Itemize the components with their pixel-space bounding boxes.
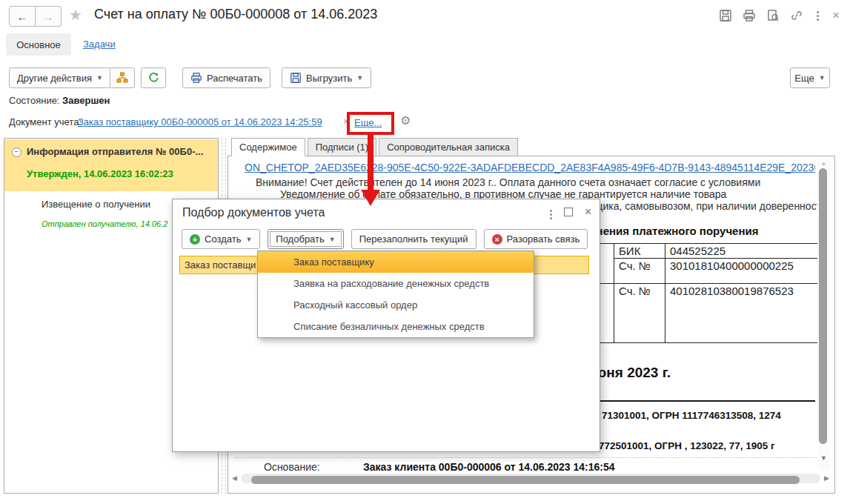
sender-info-selected-row[interactable]: − Информация отправителя № 00Б0-... Утве… (4, 139, 218, 191)
forward-button[interactable]: → (36, 6, 62, 27)
more-menu-icon[interactable] (814, 10, 822, 21)
annotation-arrow (368, 134, 373, 190)
refresh-button[interactable] (141, 67, 166, 88)
dialog-close-icon[interactable]: × (585, 208, 591, 216)
page-divider (234, 457, 824, 458)
preview-icon[interactable] (766, 9, 780, 22)
receipt-notice-item[interactable]: Извещение о получении (41, 199, 150, 210)
horizontal-scroll-track[interactable] (241, 474, 820, 483)
chevron-down-icon: ▼ (329, 236, 336, 243)
save-icon[interactable] (719, 9, 732, 22)
page-title: Счет на оплату № 00Б0-000008 от 14.06.20… (94, 7, 377, 22)
content-tabs: Содержимое Подписи (1) Сопроводительная … (231, 138, 520, 156)
account-label: Сч. № (614, 284, 665, 343)
chevron-down-icon: ▼ (819, 74, 826, 82)
refresh-icon (147, 72, 159, 84)
create-button[interactable]: +Создать▼ (182, 229, 260, 249)
collapse-icon[interactable]: − (12, 147, 21, 157)
tab-cover-note[interactable]: Сопроводительная записка (379, 138, 518, 156)
buyer-details-fragment: 772501001, ОГРН , 123022, 77, 1905 г (599, 440, 775, 451)
vertical-scrollbar[interactable]: ▲ ▼ (817, 158, 830, 470)
chevron-down-icon: ▼ (356, 74, 363, 82)
bik-value: 044525225 (665, 244, 820, 259)
status-value: Завершен (62, 95, 110, 106)
scroll-left-icon[interactable]: ◀ (232, 474, 237, 482)
sender-approved-status: Утвержден, 14.06.2023 16:02:23 (27, 168, 173, 179)
print-document-button[interactable]: Распечатать (182, 67, 270, 88)
scroll-up-icon[interactable]: ▲ (820, 159, 827, 167)
tab-main[interactable]: Основное (6, 33, 71, 56)
attachment-file-link[interactable]: ON_CHETOP_2AED35E6228-905E-4C50-922E-3AD… (245, 162, 815, 173)
close-icon[interactable]: × (832, 10, 840, 21)
pick-dropdown-menu: Заказ поставщику Заявка на расходование … (257, 251, 534, 338)
menu-item-spending-request[interactable]: Заявка на расходование денежных средств (258, 273, 534, 294)
window-icons: × (719, 9, 840, 22)
structure-button[interactable] (110, 67, 135, 88)
more-actions-button[interactable]: Еще▼ (790, 67, 830, 88)
link-icon[interactable] (790, 9, 803, 22)
tab-signatures[interactable]: Подписи (1) (308, 138, 376, 156)
basis-label: Основание: (264, 461, 320, 473)
other-actions-button[interactable]: Другие действия▼ (9, 67, 111, 88)
tab-tasks[interactable]: Задачи (83, 39, 116, 50)
export-button[interactable]: Выгрузить▼ (282, 67, 371, 88)
receipt-notice-status: Отправлен получателю, 14.06.2 (41, 219, 167, 228)
vertical-scroll-thumb[interactable] (819, 168, 827, 444)
menu-item-cash-order[interactable]: Расходный кассовый ордер (258, 294, 534, 316)
history-nav: ← → (9, 6, 62, 27)
menu-item-supplier-order[interactable]: Заказ поставщику (258, 251, 534, 273)
chevron-down-icon: ▼ (245, 236, 252, 243)
corr-account-label: Сч. № (614, 259, 665, 284)
annotation-arrowhead-icon (361, 190, 380, 206)
accounting-doc-link[interactable]: Заказ поставщику 00Б0-000005 от 14.06.20… (78, 116, 322, 127)
save-disk-icon (290, 72, 302, 84)
sender-info-title: Информация отправителя № 00Б0-... (27, 146, 203, 157)
basis-value: Заказ клиента 00Б0-000006 от 14.06.2023 … (363, 461, 614, 473)
warning-line-1: Внимание! Счет действителен до 14 июня 2… (256, 176, 760, 188)
status-line: Состояние: Завершен (9, 95, 110, 106)
print-icon[interactable] (743, 9, 756, 22)
printer-icon (190, 72, 202, 84)
chevron-down-icon: ▼ (96, 74, 103, 82)
gear-icon[interactable]: ⚙ (400, 113, 411, 127)
pick-button[interactable]: Подобрать▼ (268, 229, 343, 249)
org-chart-icon (116, 71, 129, 84)
refill-current-button[interactable]: Перезаполнить текущий (351, 229, 477, 249)
break-link-button[interactable]: ×Разорвать связь (484, 229, 588, 249)
accounting-doc-label: Документ учета: (9, 116, 82, 127)
corr-account-value: 30101810400000000225 (665, 259, 820, 284)
plus-icon: + (190, 234, 200, 245)
horizontal-scroll-thumb[interactable] (251, 476, 800, 484)
scroll-down-icon[interactable]: ▼ (820, 454, 827, 462)
menu-item-cashless-writeoff[interactable]: Списание безналичных денежных средств (258, 316, 534, 337)
scroll-right-icon[interactable]: ▶ (824, 474, 829, 482)
annotation-highlight-box (347, 112, 394, 135)
status-label: Состояние: (9, 95, 59, 106)
dialog-title: Подбор документов учета (182, 206, 325, 219)
horizontal-scrollbar[interactable]: ◀ ▶ (232, 472, 829, 485)
dialog-toolbar: +Создать▼ Подобрать▼ Перезаполнить текущ… (182, 229, 588, 249)
cross-icon: × (492, 234, 502, 245)
favorite-star-icon[interactable]: ★ (69, 6, 82, 24)
bik-label: БИК (614, 244, 665, 259)
app-window: ← → ★ Счет на оплату № 00Б0-000008 от 14… (0, 0, 850, 504)
back-button[interactable]: ← (9, 6, 36, 27)
tab-content[interactable]: Содержимое (231, 138, 305, 156)
supplier-details-fragment: 71301001, ОГРН 1117746313508, 1274 (602, 410, 781, 421)
account-value: 40102810380019876523 (665, 284, 820, 343)
dialog-maximize-icon[interactable] (564, 208, 573, 219)
dialog-more-icon[interactable] (547, 209, 555, 220)
